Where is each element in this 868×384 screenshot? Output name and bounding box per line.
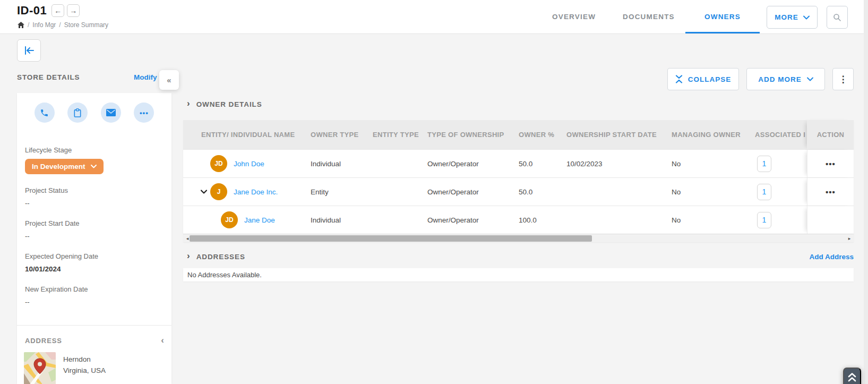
- scrollbar-thumb[interactable]: [190, 235, 592, 242]
- forward-arrow-icon: →: [70, 6, 77, 15]
- field-new-expiration-date: New Expiration Date --: [25, 285, 164, 306]
- owner-name-link[interactable]: Jane Doe Inc.: [234, 188, 278, 196]
- phone-icon: [40, 108, 49, 117]
- collapse-all-label: COLLAPSE: [688, 75, 732, 83]
- column-header-entity-individual-name: ENTITY/ INDIVIDUAL NAME: [183, 131, 311, 139]
- associated-count-badge[interactable]: 1: [757, 212, 771, 228]
- search-icon: [833, 13, 841, 22]
- phone-button[interactable]: [35, 103, 55, 123]
- cell-managing-owner: No: [672, 188, 755, 196]
- field-expected-opening-date: Expected Opening Date 10/01/2024: [25, 252, 164, 273]
- column-header-owner-type: OWNER TYPE: [311, 131, 373, 139]
- address-body: Herndon Virginia, USA: [24, 352, 106, 384]
- addresses-empty-message: No Addresses Available.: [183, 268, 854, 281]
- cell-type-of-ownership: Owner/Operator: [427, 216, 519, 224]
- field-lifecycle-stage: Lifecycle Stage In Development: [25, 146, 164, 174]
- tab-owners-label: OWNERS: [704, 13, 741, 21]
- tab-owners[interactable]: OWNERS: [685, 0, 760, 33]
- lifecycle-stage-dropdown[interactable]: In Development: [25, 159, 104, 174]
- address-collapse-chevron-icon[interactable]: ‹: [161, 335, 164, 346]
- row-actions-menu[interactable]: •••: [826, 159, 836, 168]
- addresses-section-toggle[interactable]: › ADDRESSES: [183, 251, 245, 262]
- owner-details-table: ENTITY/ INDIVIDUAL NAME OWNER TYPE ENTIT…: [183, 120, 854, 242]
- home-icon[interactable]: [18, 22, 24, 28]
- lifecycle-stage-value: In Development: [32, 163, 85, 170]
- breadcrumb-item-info-mgr[interactable]: Info Mgr: [32, 21, 56, 29]
- forward-arrow-button[interactable]: →: [67, 4, 80, 17]
- table-header-row: ENTITY/ INDIVIDUAL NAME OWNER TYPE ENTIT…: [183, 120, 854, 149]
- divider: [17, 325, 171, 326]
- back-arrow-button[interactable]: ←: [51, 4, 64, 17]
- mail-button[interactable]: [101, 103, 121, 123]
- table-horizontal-scrollbar[interactable]: ◂ ▸: [183, 234, 854, 242]
- back-arrow-icon: ←: [54, 6, 62, 15]
- cell-owner-type: Individual: [311, 160, 373, 168]
- cell-owner-percent: 100.0: [519, 216, 566, 224]
- field-project-status: Project Status --: [25, 186, 164, 207]
- cell-owner-type: Individual: [311, 216, 373, 224]
- search-button[interactable]: [827, 6, 848, 29]
- section-chevron-icon: ›: [187, 251, 190, 261]
- scrollbar-right-arrow[interactable]: ▸: [846, 234, 853, 243]
- add-more-button[interactable]: ADD MORE: [746, 68, 825, 90]
- cell-owner-percent: 50.0: [519, 188, 566, 196]
- breadcrumb-item-store-summary[interactable]: Store Summary: [64, 21, 108, 29]
- cell-type-of-ownership: Owner/Operator: [427, 188, 519, 196]
- map-thumbnail[interactable]: [24, 352, 56, 384]
- app-canvas: ID-01 ← → / Info Mgr / Store Summary OVE…: [0, 0, 868, 384]
- cell-ownership-start-date: 10/02/2023: [566, 160, 672, 168]
- table-row: JD John Doe Individual Owner/Operator 50…: [183, 149, 854, 177]
- row-collapse-chevron[interactable]: [201, 190, 210, 194]
- tab-overview[interactable]: OVERVIEW: [552, 0, 596, 33]
- field-label: Project Status: [25, 186, 164, 194]
- quick-action-icons: •••: [17, 103, 171, 123]
- cell-managing-owner: No: [672, 216, 755, 224]
- modify-link[interactable]: Modify: [134, 73, 157, 81]
- more-actions-button[interactable]: •••: [134, 103, 154, 123]
- field-label: Lifecycle Stage: [25, 146, 164, 154]
- more-button-label: MORE: [775, 13, 798, 21]
- page-scrollbar-track[interactable]: [864, 0, 868, 384]
- avatar: JD: [210, 155, 227, 172]
- collapse-vertical-icon: [675, 75, 683, 83]
- owner-name-link[interactable]: John Doe: [234, 160, 264, 168]
- field-label: New Expiration Date: [25, 285, 164, 293]
- address-city: Herndon: [63, 354, 106, 365]
- column-header-managing-owner: MANAGING OWNER: [672, 131, 755, 139]
- table-row: J Jane Doe Inc. Entity Owner/Operator 50…: [183, 177, 854, 206]
- chevron-down-icon: [803, 15, 810, 20]
- clipboard-icon: [73, 108, 82, 117]
- title-row: ID-01 ← →: [17, 4, 80, 18]
- collapse-sidebar-chip[interactable]: «: [159, 70, 179, 90]
- field-label: Expected Opening Date: [25, 252, 164, 260]
- main-action-buttons: COLLAPSE ADD MORE ⋮: [183, 68, 854, 90]
- collapse-panel-button[interactable]: [17, 39, 41, 62]
- more-button[interactable]: MORE: [767, 6, 818, 29]
- avatar: JD: [221, 211, 238, 228]
- scroll-to-top-button[interactable]: [843, 368, 861, 384]
- section-chevron-icon: ›: [187, 98, 190, 109]
- breadcrumb: / Info Mgr / Store Summary: [18, 21, 108, 29]
- associated-count-badge[interactable]: 1: [757, 156, 771, 172]
- owner-details-section-header[interactable]: › OWNER DETAILS: [183, 98, 854, 110]
- overflow-menu-button[interactable]: ⋮: [832, 68, 854, 90]
- tab-documents[interactable]: DOCUMENTS: [623, 0, 675, 33]
- field-value: 10/01/2024: [25, 265, 164, 273]
- column-header-entity-type: ENTITY TYPE: [373, 131, 427, 139]
- breadcrumb-separator: /: [28, 21, 29, 29]
- collapse-all-button[interactable]: COLLAPSE: [667, 68, 739, 90]
- add-address-link[interactable]: Add Address: [809, 253, 854, 261]
- address-text: Herndon Virginia, USA: [63, 352, 106, 384]
- chevron-down-icon: [91, 165, 97, 168]
- address-region: Virginia, USA: [63, 365, 106, 376]
- associated-count-badge[interactable]: 1: [757, 184, 771, 200]
- collapse-left-icon: [24, 46, 35, 55]
- field-project-start-date: Project Start Date --: [25, 219, 164, 240]
- row-actions-menu[interactable]: •••: [826, 187, 836, 197]
- cell-type-of-ownership: Owner/Operator: [427, 160, 519, 168]
- breadcrumb-separator: /: [59, 21, 61, 29]
- double-chevron-up-icon: [847, 372, 857, 383]
- clipboard-button[interactable]: [67, 103, 88, 123]
- column-header-action: ACTION: [807, 120, 854, 149]
- owner-name-link[interactable]: Jane Doe: [244, 216, 275, 224]
